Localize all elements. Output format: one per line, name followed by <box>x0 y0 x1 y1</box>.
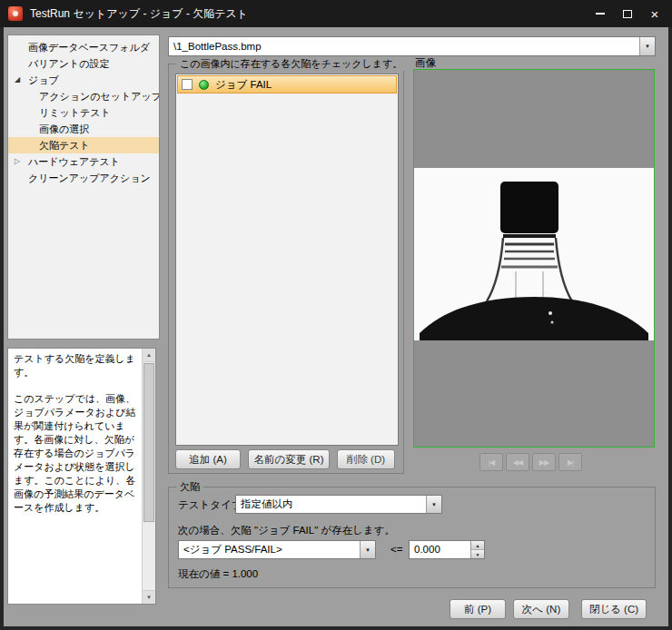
image-panel-label: 画像 <box>415 56 436 70</box>
back-button[interactable]: 前 (P) <box>450 599 506 619</box>
step-description-panel: テストする欠陥を定義します。 このステップでは、画像、ジョブパラメータおよび結果… <box>7 348 156 605</box>
image-file-value: \1_BottlePass.bmp <box>173 37 637 56</box>
tree-collapsed-icon[interactable]: ▷ <box>15 153 20 170</box>
dropdown-arrow-icon[interactable]: ▼ <box>639 37 655 55</box>
bottle-image <box>414 70 654 447</box>
nav-first-button[interactable]: |◀ <box>479 453 503 471</box>
sidebar-item-defect-test[interactable]: 欠陥テスト <box>8 137 159 153</box>
defect-item-job-fail[interactable]: ジョブ FAIL <box>177 75 397 94</box>
nav-next-button[interactable]: ▶▶ <box>532 453 556 471</box>
parameter-value: <ジョブ PASS/FAIL> <box>183 541 357 558</box>
dialog-window: TestRun セットアップ - ジョブ - 欠陥テスト × 画像データベースフ… <box>0 0 672 630</box>
sidebar-item-job[interactable]: ◢ ジョブ <box>8 72 159 88</box>
sidebar-item-label: バリアントの設定 <box>28 58 110 69</box>
test-type-dropdown[interactable]: 指定値以内 ▼ <box>235 495 442 514</box>
minimize-icon <box>596 13 605 15</box>
close-dialog-button[interactable]: 閉じる (C) <box>581 599 647 619</box>
scrollbar-thumb[interactable] <box>143 363 154 522</box>
maximize-button[interactable] <box>614 0 641 27</box>
sidebar-item-limit-test[interactable]: リミットテスト <box>8 104 159 121</box>
window-controls: × <box>587 0 668 27</box>
minimize-button[interactable] <box>587 0 614 27</box>
tree-expanded-icon[interactable]: ◢ <box>15 72 20 88</box>
dropdown-arrow-icon[interactable]: ▼ <box>426 496 441 513</box>
nav-previous-button[interactable]: ◀◀ <box>506 453 529 471</box>
sidebar-item-variant-settings[interactable]: バリアントの設定 <box>8 55 159 72</box>
sidebar-item-label: 欠陥テスト <box>39 140 90 151</box>
maximize-icon <box>623 10 632 18</box>
rename-button[interactable]: 名前の変更 (R) <box>248 449 330 469</box>
sidebar-item-label: ハードウェアテスト <box>28 156 120 167</box>
defect-settings-group-label: 欠陥 <box>176 480 203 494</box>
sidebar-item-label: アクションのセットアップ <box>39 91 160 102</box>
sidebar-item-hardware-test[interactable]: ▷ ハードウェアテスト <box>8 153 159 170</box>
current-value-text: 現在の値 = 1.000 <box>178 567 258 581</box>
condition-text: 次の場合、欠陥 "ジョブ FAIL" が存在します。 <box>178 524 395 537</box>
defect-checklist-group: この画像内に存在する各欠陥をチェックします。 ジョブ FAIL 追加 (A) 名… <box>168 64 404 474</box>
image-file-dropdown[interactable]: \1_BottlePass.bmp ▼ <box>168 36 656 56</box>
defect-checklist[interactable]: ジョブ FAIL <box>175 74 399 446</box>
sidebar-item-image-selection[interactable]: 画像の選択 <box>8 121 159 137</box>
description-scrollbar[interactable]: ▲ ▼ <box>142 349 155 604</box>
nav-previous-icon: ◀◀ <box>513 458 522 467</box>
nav-next-icon: ▶▶ <box>539 458 548 467</box>
description-paragraph: テストする欠陥を定義します。 <box>14 352 139 379</box>
image-display <box>413 69 655 448</box>
sidebar-item-cleanup-action[interactable]: クリーンアップアクション <box>8 170 159 186</box>
add-button[interactable]: 追加 (A) <box>175 449 241 469</box>
operator-label: <= <box>390 544 402 555</box>
scroll-down-icon[interactable]: ▼ <box>143 590 155 604</box>
threshold-value: 0.000 <box>414 541 469 558</box>
description-paragraph: このステップでは、画像、ジョブパラメータおよび結果が関連付けられています。各画像… <box>14 392 139 515</box>
sidebar-item-label: クリーンアップアクション <box>28 172 151 183</box>
defect-checklist-group-label: この画像内に存在する各欠陥をチェックします。 <box>176 57 406 71</box>
spinner-arrows: ▲ ▼ <box>470 541 484 558</box>
spin-down-icon[interactable]: ▼ <box>471 550 484 558</box>
setup-step-tree: 画像データベースフォルダ バリアントの設定 ◢ ジョブ アクションのセットアップ… <box>7 34 160 340</box>
close-icon: × <box>651 7 659 21</box>
test-type-value: 指定値以内 <box>241 496 423 513</box>
close-button[interactable]: × <box>641 0 668 27</box>
titlebar: TestRun セットアップ - ジョブ - 欠陥テスト × <box>0 0 672 27</box>
dialog-content: 画像データベースフォルダ バリアントの設定 ◢ ジョブ アクションのセットアップ… <box>4 27 668 626</box>
next-button[interactable]: 次へ (N) <box>513 599 569 619</box>
nav-last-icon: ▶| <box>568 458 573 467</box>
sidebar-item-label: 画像の選択 <box>39 123 89 134</box>
sidebar-item-label: 画像データベースフォルダ <box>28 42 150 53</box>
sidebar-item-action-setup[interactable]: アクションのセットアップ <box>8 88 159 104</box>
defect-settings-group: 欠陥 テストタイプ: 指定値以内 ▼ 次の場合、欠陥 "ジョブ FAIL" が存… <box>168 487 656 588</box>
status-led-icon <box>199 80 209 90</box>
window-title: TestRun セットアップ - ジョブ - 欠陥テスト <box>30 6 248 22</box>
defect-checkbox[interactable] <box>182 79 193 90</box>
delete-button[interactable]: 削除 (D) <box>337 449 395 469</box>
nav-first-icon: |◀ <box>489 458 494 467</box>
app-icon <box>8 6 23 21</box>
defect-item-label: ジョブ FAIL <box>215 78 272 92</box>
threshold-spinner[interactable]: 0.000 ▲ ▼ <box>409 540 485 559</box>
sidebar-item-image-database-folder[interactable]: 画像データベースフォルダ <box>8 39 159 55</box>
parameter-dropdown[interactable]: <ジョブ PASS/FAIL> ▼ <box>178 540 376 559</box>
scroll-up-icon[interactable]: ▲ <box>143 349 155 362</box>
nav-last-button[interactable]: ▶| <box>558 453 582 471</box>
spin-up-icon[interactable]: ▲ <box>471 541 484 550</box>
sidebar-item-label: ジョブ <box>28 74 59 85</box>
step-description-text: テストする欠陥を定義します。 このステップでは、画像、ジョブパラメータおよび結果… <box>8 349 142 604</box>
dropdown-arrow-icon[interactable]: ▼ <box>360 541 375 558</box>
sidebar-item-label: リミットテスト <box>39 107 111 118</box>
